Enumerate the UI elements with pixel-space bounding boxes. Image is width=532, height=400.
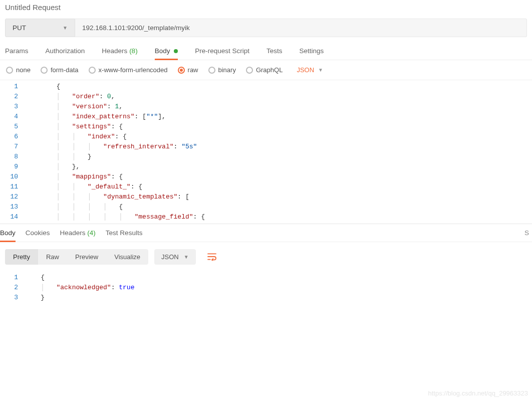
body-format-label: JSON (297, 66, 314, 74)
body-type-none[interactable]: none (6, 66, 31, 74)
response-toolbar: Pretty Raw Preview Visualize JSON ▼ (0, 242, 532, 271)
body-type-row: none form-data x-www-form-urlencoded raw… (0, 60, 532, 80)
tab-authorization[interactable]: Authorization (46, 47, 85, 60)
body-type-label: x-www-form-urlencoded (99, 66, 168, 74)
response-status-truncated: S (524, 229, 532, 242)
chevron-down-icon: ▼ (318, 67, 323, 73)
view-pretty-button[interactable]: Pretty (5, 249, 38, 265)
request-url-input[interactable] (75, 19, 527, 37)
response-format-dropdown[interactable]: JSON ▼ (154, 249, 196, 265)
radio-icon (41, 67, 48, 74)
request-title: Untitled Request (0, 0, 532, 19)
body-type-label: none (16, 66, 31, 74)
radio-icon (246, 67, 253, 74)
watermark: https://blog.csdn.net/qq_29963323 (428, 389, 528, 397)
response-view-mode: Pretty Raw Preview Visualize (5, 249, 148, 265)
wrap-icon (207, 253, 217, 261)
radio-icon (89, 67, 96, 74)
radio-icon (6, 67, 13, 74)
radio-icon (178, 67, 185, 74)
chevron-down-icon: ▼ (63, 25, 68, 31)
body-type-label: binary (218, 66, 236, 74)
response-format-label: JSON (161, 253, 179, 261)
body-type-binary[interactable]: binary (208, 66, 236, 74)
body-type-raw[interactable]: raw (178, 66, 198, 74)
line-gutter: 1234567891011121314 (0, 82, 25, 223)
code-lines: { │ "order": 0, │ "version": 1, │ "index… (25, 82, 532, 223)
line-gutter: 123 (0, 273, 25, 303)
dot-indicator-icon (174, 49, 178, 53)
body-type-xwww[interactable]: x-www-form-urlencoded (89, 66, 168, 74)
tab-headers[interactable]: Headers (8) (102, 47, 137, 60)
wrap-lines-button[interactable] (203, 248, 221, 265)
body-type-formdata[interactable]: form-data (41, 66, 79, 74)
body-format-dropdown[interactable]: JSON ▼ (297, 66, 323, 74)
response-tab-headers[interactable]: Headers (4) (60, 229, 96, 242)
body-type-label: GraphQL (256, 66, 283, 74)
response-tab-headers-count: (4) (87, 229, 96, 237)
chevron-down-icon: ▼ (184, 254, 189, 260)
request-body-editor[interactable]: 1234567891011121314 { │ "order": 0, │ "v… (0, 80, 532, 223)
http-method-value: PUT (13, 24, 26, 32)
view-raw-button[interactable]: Raw (38, 249, 67, 265)
body-type-label: form-data (51, 66, 79, 74)
tab-params[interactable]: Params (5, 47, 29, 60)
tab-prerequest[interactable]: Pre-request Script (195, 47, 249, 60)
tab-tests[interactable]: Tests (267, 47, 283, 60)
response-tab-results[interactable]: Test Results (106, 229, 143, 242)
request-tabs: Params Authorization Headers (8) Body Pr… (0, 37, 532, 60)
response-tab-body[interactable]: Body (0, 229, 16, 242)
tab-body[interactable]: Body (155, 47, 178, 60)
view-visualize-button[interactable]: Visualize (106, 249, 148, 265)
body-type-label: raw (188, 66, 198, 74)
tab-headers-count: (8) (129, 47, 138, 55)
response-tab-headers-label: Headers (60, 229, 86, 237)
tab-body-label: Body (155, 47, 170, 55)
response-tab-cookies[interactable]: Cookies (26, 229, 50, 242)
body-type-graphql[interactable]: GraphQL (246, 66, 283, 74)
tab-headers-label: Headers (102, 47, 127, 55)
http-method-select[interactable]: PUT ▼ (5, 19, 75, 37)
response-tabs: Body Cookies Headers (4) Test Results S (0, 224, 532, 242)
radio-icon (208, 67, 215, 74)
response-body-viewer[interactable]: 123 { │ "acknowledged": true } (0, 271, 532, 303)
code-lines: { │ "acknowledged": true } (25, 273, 532, 303)
view-preview-button[interactable]: Preview (67, 249, 106, 265)
tab-settings[interactable]: Settings (299, 47, 324, 60)
